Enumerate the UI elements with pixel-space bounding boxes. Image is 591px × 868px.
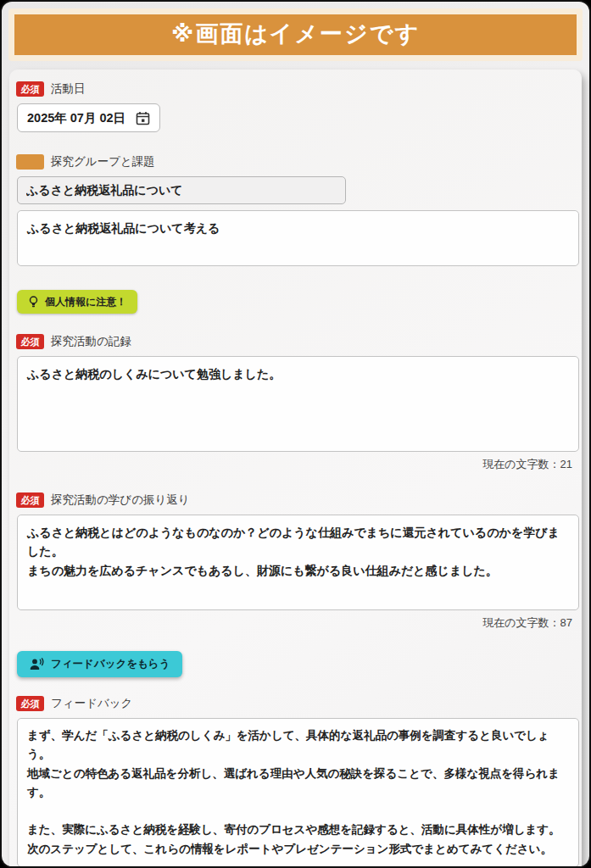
get-feedback-label: フィードバックをもらう	[51, 657, 170, 671]
group-label: 探究グループと課題	[51, 154, 155, 170]
feedback-label: フィードバック	[51, 696, 132, 711]
activity-date-input[interactable]: 2025年 07月 02日	[17, 103, 160, 132]
notice-banner: ※画面はイメージです	[8, 8, 583, 61]
group-badge	[16, 154, 44, 170]
required-badge: 必須	[16, 492, 44, 508]
record-textarea[interactable]: ふるさと納税のしくみについて勉強しました。	[17, 356, 579, 452]
feedback-label-row: 必須 フィードバック	[16, 696, 575, 711]
reflection-char-count: 現在の文字数：87	[16, 615, 572, 631]
reflection-label: 探究活動の学びの振り返り	[51, 492, 190, 508]
notice-banner-text: ※画面はイメージです	[14, 14, 577, 55]
privacy-notice-label: 個人情報に注意！	[45, 295, 126, 309]
calendar-icon[interactable]	[136, 111, 150, 125]
required-badge: 必須	[16, 81, 44, 97]
group-label-row: 探究グループと課題	[16, 154, 575, 170]
activity-date-value: 2025年 07月 02日	[27, 110, 125, 126]
group-theme-textarea[interactable]: ふるさと納税返礼品について考える	[17, 210, 579, 266]
reflection-label-row: 必須 探究活動の学びの振り返り	[16, 492, 575, 508]
activity-form-card: 必須 活動日 2025年 07月 02日 探究グループと課題 ふるさと納税返礼品…	[9, 70, 582, 868]
screen: ※画面はイメージです 必須 活動日 2025年 07月 02日	[0, 0, 591, 868]
lightbulb-icon	[28, 296, 39, 309]
privacy-notice-button[interactable]: 個人情報に注意！	[17, 290, 137, 314]
activity-date-label: 活動日	[51, 81, 86, 97]
feedback-text-box: まず、学んだ「ふるさと納税のしくみ」を活かして、具体的な返礼品の事例を調査すると…	[17, 718, 579, 867]
required-badge: 必須	[16, 696, 44, 711]
record-label-row: 必須 探究活動の記録	[16, 334, 575, 349]
voice-over-person-icon	[30, 658, 44, 670]
activity-date-label-row: 必須 活動日	[16, 81, 575, 97]
required-badge: 必須	[16, 334, 44, 349]
group-name-input[interactable]	[17, 176, 346, 204]
get-feedback-button[interactable]: フィードバックをもらう	[17, 651, 182, 677]
reflection-textarea[interactable]: ふるさと納税とはどのようなものなのか？どのような仕組みでまちに還元されているのか…	[17, 515, 579, 610]
record-char-count: 現在の文字数：21	[16, 457, 572, 472]
record-label: 探究活動の記録	[51, 334, 131, 349]
